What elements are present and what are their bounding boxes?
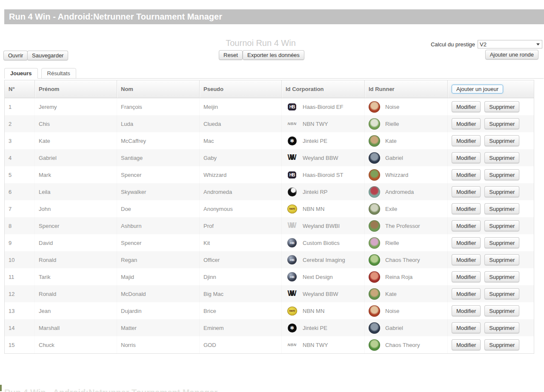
player-runner-id: Whizzard <box>385 172 408 178</box>
delete-button[interactable]: Supprimer <box>484 203 519 214</box>
player-pseudo: Anonymous <box>199 200 281 217</box>
player-lastname: McDonald <box>117 285 199 302</box>
player-runner-id: The Professor <box>385 223 420 229</box>
weyland-light-icon <box>286 221 298 231</box>
app-page: Run 4 Win - Android:Netrunner Tournament… <box>0 0 544 392</box>
player-pseudo: Djinn <box>199 268 281 285</box>
player-pseudo: Brice <box>199 302 281 319</box>
modify-button[interactable]: Modifier <box>452 305 481 316</box>
runner-avatar-icon <box>369 322 380 334</box>
delete-button[interactable]: Supprimer <box>484 271 519 282</box>
player-runner-id: Exile <box>385 206 397 212</box>
delete-button[interactable]: Supprimer <box>484 186 519 197</box>
player-pseudo: GOD <box>199 336 281 353</box>
player-firstname: Marshall <box>34 319 117 336</box>
delete-button[interactable]: Supprimer <box>484 135 519 146</box>
player-number: 9 <box>5 234 34 251</box>
player-lastname: Skywalker <box>117 183 199 200</box>
player-lastname: Majid <box>117 268 199 285</box>
player-firstname: John <box>34 200 117 217</box>
player-lastname: Regan <box>117 251 199 268</box>
save-button[interactable]: Sauvegarder <box>27 51 68 60</box>
player-firstname: Leila <box>34 183 117 200</box>
delete-button[interactable]: Supprimer <box>484 118 519 129</box>
modify-button[interactable]: Modifier <box>452 186 481 197</box>
player-number: 14 <box>5 319 34 336</box>
player-corp-id: Jinteki RP <box>303 189 328 195</box>
delete-button[interactable]: Supprimer <box>484 254 519 265</box>
table-body: 1 Jeremy François Meijin Haas-Bioroid EF… <box>5 98 534 353</box>
player-corp-id: NBN MN <box>303 206 324 212</box>
player-number: 3 <box>5 132 34 149</box>
tab-bar: Joueurs Résultats <box>4 68 544 79</box>
modify-button[interactable]: Modifier <box>452 220 481 231</box>
delete-button[interactable]: Supprimer <box>484 220 519 231</box>
table-row: 7 John Doe Anonymous NBN MN Exile Modifi… <box>5 200 534 217</box>
modify-button[interactable]: Modifier <box>452 339 481 350</box>
modify-button[interactable]: Modifier <box>452 237 481 248</box>
player-runner-id: Kate <box>385 138 397 144</box>
player-runner-id: Gabriel <box>385 155 403 161</box>
runner-avatar-icon <box>369 203 380 215</box>
modify-button[interactable]: Modifier <box>452 152 481 163</box>
table-row: 15 Chuck Norris GOD NBN TWY Chaos Theory… <box>5 336 534 353</box>
table-row: 14 Marshall Matter Eminem Jinteki PE Gab… <box>5 319 534 336</box>
tab-joueurs[interactable]: Joueurs <box>4 68 38 79</box>
modify-button[interactable]: Modifier <box>452 118 481 129</box>
delete-button[interactable]: Supprimer <box>484 101 519 112</box>
player-pseudo: Whizzard <box>199 166 281 183</box>
player-corp-id: NBN MN <box>303 308 324 314</box>
player-corp-id: NBN TWY <box>303 121 328 127</box>
prestige-select[interactable]: V2 <box>478 40 542 48</box>
delete-button[interactable]: Supprimer <box>484 169 519 180</box>
modify-button[interactable]: Modifier <box>452 203 481 214</box>
player-lastname: McCaffrey <box>117 132 199 149</box>
runner-avatar-icon <box>369 169 380 181</box>
modify-button[interactable]: Modifier <box>452 271 481 282</box>
hb-sphere-icon <box>286 238 298 248</box>
footer-logo-fragment <box>0 385 2 391</box>
export-data-button[interactable]: Exporter les données <box>243 50 304 60</box>
delete-button[interactable]: Supprimer <box>484 288 519 299</box>
player-pseudo: Clueda <box>199 115 281 132</box>
column-header-corp: Id Corporation <box>281 80 364 98</box>
player-firstname: Ronald <box>34 251 117 268</box>
player-firstname: Chuck <box>34 336 117 353</box>
runner-avatar-icon <box>369 288 380 300</box>
modify-button[interactable]: Modifier <box>452 135 481 146</box>
player-firstname: Chis <box>34 115 117 132</box>
delete-button[interactable]: Supprimer <box>484 339 519 350</box>
table-row: 12 Ronald McDonald Big Mac Weyland BBW K… <box>5 285 534 302</box>
table-row: 3 Kate McCaffrey Mac Jinteki PE Kate Mod… <box>5 132 534 149</box>
reset-button[interactable]: Reset <box>219 50 243 60</box>
player-runner-id: Reina Roja <box>385 274 412 280</box>
add-player-button[interactable]: Ajouter un joueur <box>452 85 503 94</box>
modify-button[interactable]: Modifier <box>452 288 481 299</box>
table-row: 13 Jean Dujardin Brice NBN MN Noise Modi… <box>5 302 534 319</box>
modify-button[interactable]: Modifier <box>452 101 481 112</box>
column-header-runner: Id Runner <box>364 80 447 98</box>
modify-button[interactable]: Modifier <box>452 169 481 180</box>
delete-button[interactable]: Supprimer <box>484 152 519 163</box>
delete-button[interactable]: Supprimer <box>484 237 519 248</box>
open-button[interactable]: Ouvrir <box>3 51 28 60</box>
nbn-text-icon <box>286 119 298 129</box>
runner-avatar-icon <box>369 305 380 317</box>
player-number: 6 <box>5 183 34 200</box>
tab-resultats[interactable]: Résultats <box>41 68 76 79</box>
player-corp-id: Haas-Bioroid ST <box>303 172 343 178</box>
delete-button[interactable]: Supprimer <box>484 305 519 316</box>
add-round-button[interactable]: Ajouter une ronde <box>485 50 538 60</box>
modify-button[interactable]: Modifier <box>452 254 481 265</box>
player-firstname: Spencer <box>34 217 117 234</box>
player-corp-id: Haas-Bioroid EF <box>303 104 343 110</box>
player-number: 5 <box>5 166 34 183</box>
dropdown-arrow-icon <box>536 43 540 45</box>
delete-button[interactable]: Supprimer <box>484 322 519 333</box>
players-table: N° Prénom Nom Pseudo Id Corporation Id R… <box>4 80 534 354</box>
player-runner-id: Noise <box>385 308 399 314</box>
player-corp-id: Next Design <box>303 274 333 280</box>
player-lastname: Spencer <box>117 234 199 251</box>
modify-button[interactable]: Modifier <box>452 322 481 333</box>
player-firstname: Gabriel <box>34 149 117 166</box>
